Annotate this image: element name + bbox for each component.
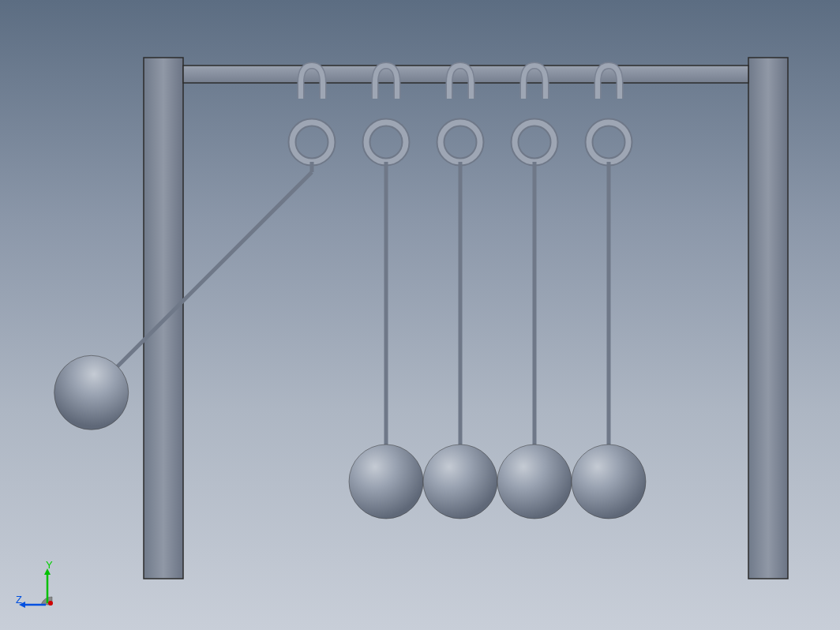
viewport-3d[interactable]: Y Z	[0, 0, 840, 630]
svg-line-11	[92, 172, 312, 392]
svg-point-16	[423, 444, 497, 519]
svg-point-25	[48, 601, 53, 606]
svg-point-14	[349, 444, 423, 519]
axis-label-y: Y	[46, 559, 53, 571]
model-render	[0, 0, 840, 630]
ring-2	[366, 122, 406, 162]
svg-point-9	[589, 122, 628, 162]
svg-point-1	[292, 122, 332, 162]
svg-point-7	[515, 122, 554, 162]
svg-point-20	[572, 444, 646, 519]
axis-label-z: Z	[16, 594, 22, 606]
svg-point-3	[366, 122, 406, 162]
svg-point-18	[497, 444, 572, 519]
pendulum-5	[572, 162, 646, 519]
pendulum-2	[349, 162, 423, 519]
svg-point-5	[441, 122, 480, 162]
pendulum-4	[497, 162, 572, 519]
pendulum-1-swung	[39, 146, 338, 445]
axis-triad[interactable]: Y Z	[16, 559, 71, 614]
ring-1	[292, 122, 332, 162]
pendulum-3	[423, 162, 497, 519]
ring-5	[589, 122, 628, 162]
frame-post-right	[748, 58, 788, 579]
axis-triad-icon	[16, 559, 71, 614]
ring-4	[515, 122, 554, 162]
ring-3	[441, 122, 480, 162]
